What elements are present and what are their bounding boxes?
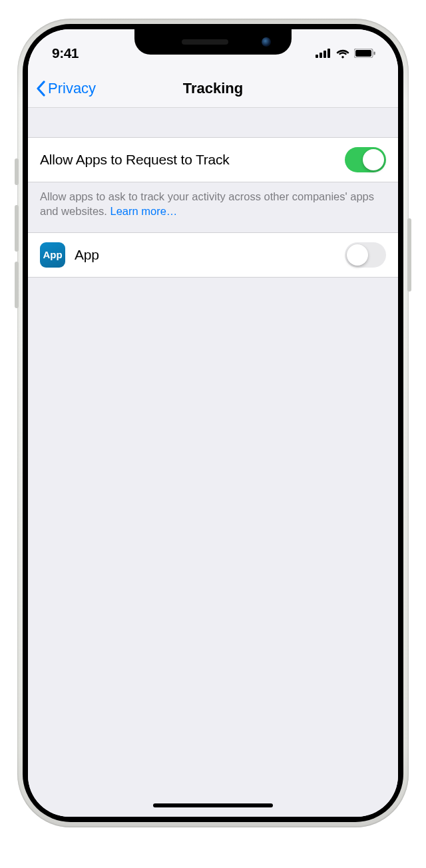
device-notch [134,29,292,55]
svg-rect-2 [323,51,326,58]
section-footer: Allow apps to ask to track your activity… [28,182,398,232]
home-indicator[interactable] [153,803,273,807]
back-button[interactable]: Privacy [28,80,96,97]
nav-bar: Privacy Tracking [28,69,398,108]
battery-icon [354,49,375,58]
status-time: 9:41 [52,45,79,61]
settings-content: Allow Apps to Request to Track Allow app… [28,108,398,817]
allow-apps-row: Allow Apps to Request to Track [28,137,398,182]
svg-rect-0 [316,55,318,58]
svg-rect-6 [374,52,375,55]
cellular-signal-icon [316,49,331,58]
app-name: App [75,247,345,263]
app-tracking-toggle[interactable] [345,242,386,268]
learn-more-link[interactable]: Learn more… [110,205,177,217]
app-icon-label: App [43,249,62,260]
wifi-icon [335,48,350,59]
svg-rect-5 [355,50,371,57]
svg-rect-1 [320,53,322,58]
allow-apps-toggle[interactable] [345,147,386,172]
back-label: Privacy [48,80,96,97]
phone-side-button [407,218,411,292]
chevron-left-icon [36,81,47,97]
allow-apps-label: Allow Apps to Request to Track [40,152,345,168]
app-row: App App [28,232,398,278]
svg-rect-3 [327,49,330,58]
footer-text: Allow apps to ask to track your activity… [40,190,374,217]
app-icon: App [40,242,65,268]
phone-side-button [15,158,19,185]
phone-side-button [15,205,19,252]
phone-side-button [15,262,19,308]
phone-frame: 9:41 [17,19,409,827]
